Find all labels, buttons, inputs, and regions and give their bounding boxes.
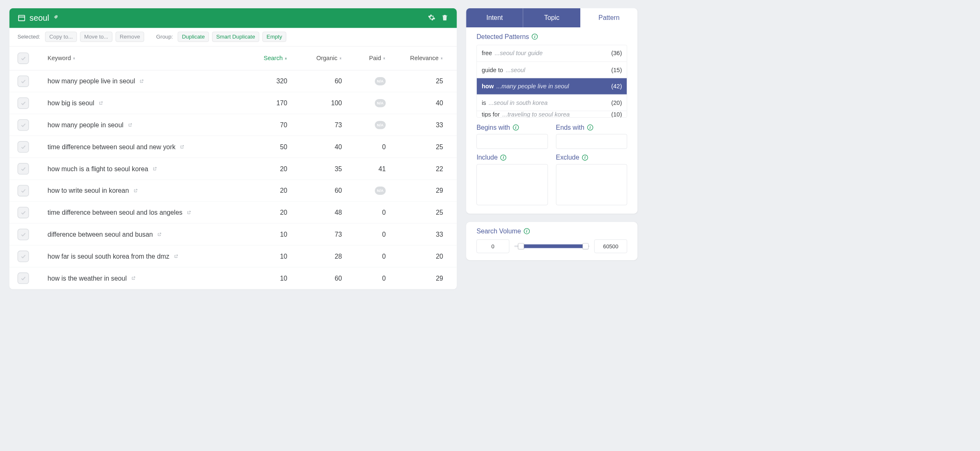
row-checkbox[interactable] xyxy=(17,141,29,153)
table-row[interactable]: how is the weather in seoul1060029 xyxy=(9,267,456,289)
include-label: Include i xyxy=(476,154,548,161)
keyword-text: time difference between seoul and new yo… xyxy=(48,143,176,150)
paid-value: 0 xyxy=(382,252,386,260)
gear-icon[interactable] xyxy=(428,14,435,23)
tag-icon[interactable] xyxy=(53,15,58,22)
column-relevance[interactable]: Relevance ▲▼ xyxy=(394,55,449,62)
table-row[interactable]: time difference between seoul and new yo… xyxy=(9,136,456,158)
info-icon[interactable]: i xyxy=(532,34,538,40)
external-link-icon[interactable] xyxy=(99,99,103,107)
external-link-icon[interactable] xyxy=(157,230,162,238)
search-volume-title: Search Volume i xyxy=(476,227,627,235)
trash-icon[interactable] xyxy=(441,14,449,23)
search-volume-max[interactable]: 60500 xyxy=(594,240,627,253)
row-checkbox[interactable] xyxy=(17,75,29,87)
keyword-text: how big is seoul xyxy=(48,99,94,107)
organic-value: 100 xyxy=(331,99,342,107)
keywords-panel: seoul Selected: Copy to... Move to... Re… xyxy=(9,8,456,289)
table-row[interactable]: time difference between seoul and los an… xyxy=(9,201,456,223)
info-icon[interactable]: i xyxy=(500,155,507,161)
copy-to-button[interactable]: Copy to... xyxy=(45,32,77,42)
column-keyword[interactable]: Keyword ▲▼ xyxy=(48,55,241,62)
paid-value: 0 xyxy=(382,230,386,238)
pattern-row[interactable]: how...many people live in seoul(42) xyxy=(477,78,627,95)
row-checkbox[interactable] xyxy=(17,207,29,218)
include-input[interactable] xyxy=(476,164,548,205)
pattern-row[interactable]: is...seoul in south korea(20) xyxy=(477,95,627,111)
select-all-checkbox[interactable] xyxy=(17,53,29,64)
info-icon[interactable]: i xyxy=(513,124,519,131)
external-link-icon[interactable] xyxy=(174,252,178,260)
tab-topic[interactable]: Topic xyxy=(523,8,580,27)
move-to-button[interactable]: Move to... xyxy=(80,32,112,42)
slider-handle-left[interactable] xyxy=(518,243,524,250)
column-organic[interactable]: Organic ▲▼ xyxy=(295,55,350,62)
table-row[interactable]: how big is seoul170100N/A40 xyxy=(9,92,456,114)
row-checkbox[interactable] xyxy=(17,228,29,240)
pattern-count: (10) xyxy=(611,111,622,117)
row-checkbox[interactable] xyxy=(17,119,29,131)
search-value: 20 xyxy=(280,209,287,216)
relevance-value: 25 xyxy=(436,209,443,216)
exclude-input[interactable] xyxy=(556,164,627,205)
search-value: 70 xyxy=(280,121,287,129)
pattern-suffix: ...seoul in south korea xyxy=(489,99,548,106)
external-link-icon[interactable] xyxy=(128,121,133,129)
row-checkbox[interactable] xyxy=(17,185,29,196)
side-tabs: Intent Topic Pattern xyxy=(466,8,637,27)
row-checkbox[interactable] xyxy=(17,97,29,109)
external-link-icon[interactable] xyxy=(152,165,157,172)
pattern-row[interactable]: free...seoul tour guide(36) xyxy=(477,45,627,62)
table-row[interactable]: how much is a flight to seoul korea20354… xyxy=(9,158,456,180)
external-link-icon[interactable] xyxy=(187,209,191,216)
ends-with-input[interactable] xyxy=(556,134,627,149)
search-value: 20 xyxy=(280,165,287,172)
pattern-row[interactable]: guide to...seoul(15) xyxy=(477,62,627,78)
tab-intent[interactable]: Intent xyxy=(466,8,523,27)
keyword-text: how is the weather in seoul xyxy=(48,274,127,282)
external-link-icon[interactable] xyxy=(131,274,135,282)
pattern-suffix: ...seoul xyxy=(506,66,525,73)
begins-with-input[interactable] xyxy=(476,134,548,149)
remove-button[interactable]: Remove xyxy=(116,32,144,42)
organic-value: 28 xyxy=(335,252,342,260)
info-icon[interactable]: i xyxy=(582,155,588,161)
search-volume-min[interactable]: 0 xyxy=(476,240,509,253)
row-checkbox[interactable] xyxy=(17,163,29,175)
row-checkbox[interactable] xyxy=(17,250,29,262)
pattern-list: free...seoul tour guide(36)guide to...se… xyxy=(476,45,627,118)
search-value: 10 xyxy=(280,230,287,238)
empty-button[interactable]: Empty xyxy=(263,32,286,42)
info-icon[interactable]: i xyxy=(524,228,530,234)
keyword-text: how much is a flight to seoul korea xyxy=(48,165,148,172)
external-link-icon[interactable] xyxy=(140,77,144,85)
duplicate-button[interactable]: Duplicate xyxy=(178,32,209,42)
keyword-text: how to write seoul in korean xyxy=(48,187,129,194)
panel-title: seoul xyxy=(29,13,49,22)
paid-value: 41 xyxy=(379,165,386,172)
relevance-value: 25 xyxy=(436,77,443,85)
pattern-card: Intent Topic Pattern Detected Patterns i… xyxy=(466,8,637,214)
info-icon[interactable]: i xyxy=(587,124,593,131)
column-search[interactable]: Search ▲▼ xyxy=(241,55,295,62)
table-row[interactable]: how many people live in seoul32060N/A25 xyxy=(9,70,456,92)
pattern-row[interactable]: tips for...traveling to seoul korea(10) xyxy=(477,111,627,117)
relevance-value: 25 xyxy=(436,143,443,150)
external-link-icon[interactable] xyxy=(180,143,184,150)
table-row[interactable]: how far is seoul south korea from the dm… xyxy=(9,245,456,267)
organic-value: 73 xyxy=(335,230,342,238)
table-row[interactable]: difference between seoul and busan107303… xyxy=(9,223,456,245)
smart-duplicate-button[interactable]: Smart Duplicate xyxy=(212,32,259,42)
keyword-text: difference between seoul and busan xyxy=(48,230,153,238)
selected-label: Selected: xyxy=(17,34,40,40)
organic-value: 73 xyxy=(335,121,342,129)
table-row[interactable]: how many people in seoul7073N/A33 xyxy=(9,114,456,136)
slider-handle-right[interactable] xyxy=(583,243,589,250)
table-row[interactable]: how to write seoul in korean2060N/A29 xyxy=(9,180,456,202)
row-checkbox[interactable] xyxy=(17,272,29,284)
external-link-icon[interactable] xyxy=(133,187,138,194)
tab-pattern[interactable]: Pattern xyxy=(580,8,637,27)
search-volume-slider[interactable] xyxy=(514,243,589,250)
search-value: 20 xyxy=(280,187,287,194)
column-paid[interactable]: Paid ▲▼ xyxy=(350,55,394,62)
